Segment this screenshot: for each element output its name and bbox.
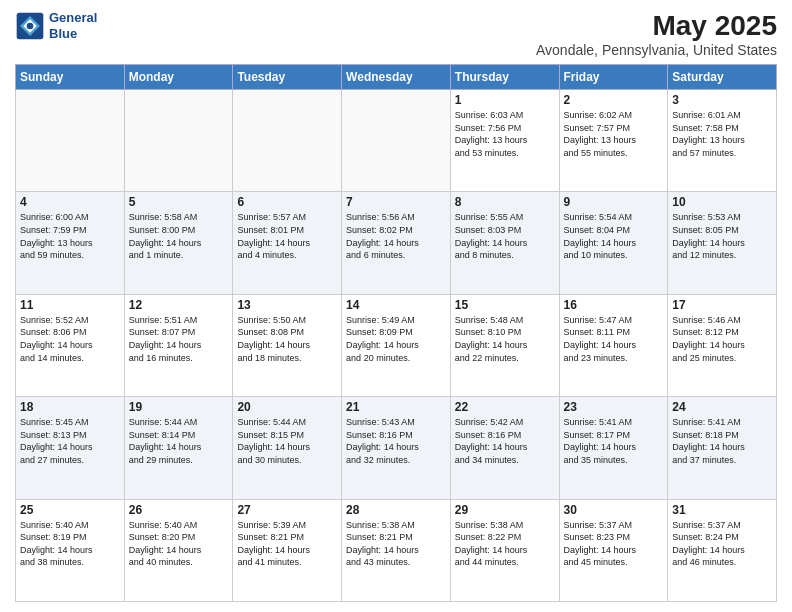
logo-text: General Blue — [49, 10, 97, 41]
svg-point-3 — [27, 22, 34, 29]
day-number: 16 — [564, 298, 664, 312]
calendar-cell: 7Sunrise: 5:56 AM Sunset: 8:02 PM Daylig… — [342, 192, 451, 294]
weekday-header-monday: Monday — [124, 65, 233, 90]
calendar-cell: 6Sunrise: 5:57 AM Sunset: 8:01 PM Daylig… — [233, 192, 342, 294]
calendar-cell: 24Sunrise: 5:41 AM Sunset: 8:18 PM Dayli… — [668, 397, 777, 499]
calendar-week-1: 4Sunrise: 6:00 AM Sunset: 7:59 PM Daylig… — [16, 192, 777, 294]
day-info: Sunrise: 5:45 AM Sunset: 8:13 PM Dayligh… — [20, 416, 120, 466]
weekday-header-tuesday: Tuesday — [233, 65, 342, 90]
title-block: May 2025 Avondale, Pennsylvania, United … — [536, 10, 777, 58]
day-number: 12 — [129, 298, 229, 312]
day-number: 25 — [20, 503, 120, 517]
day-number: 10 — [672, 195, 772, 209]
day-info: Sunrise: 5:50 AM Sunset: 8:08 PM Dayligh… — [237, 314, 337, 364]
day-info: Sunrise: 5:53 AM Sunset: 8:05 PM Dayligh… — [672, 211, 772, 261]
day-number: 24 — [672, 400, 772, 414]
calendar-cell — [124, 90, 233, 192]
day-number: 20 — [237, 400, 337, 414]
day-info: Sunrise: 5:49 AM Sunset: 8:09 PM Dayligh… — [346, 314, 446, 364]
day-number: 21 — [346, 400, 446, 414]
day-number: 4 — [20, 195, 120, 209]
calendar-cell: 20Sunrise: 5:44 AM Sunset: 8:15 PM Dayli… — [233, 397, 342, 499]
calendar-cell: 22Sunrise: 5:42 AM Sunset: 8:16 PM Dayli… — [450, 397, 559, 499]
calendar-cell: 9Sunrise: 5:54 AM Sunset: 8:04 PM Daylig… — [559, 192, 668, 294]
day-number: 17 — [672, 298, 772, 312]
calendar-cell: 29Sunrise: 5:38 AM Sunset: 8:22 PM Dayli… — [450, 499, 559, 601]
day-number: 3 — [672, 93, 772, 107]
day-info: Sunrise: 5:46 AM Sunset: 8:12 PM Dayligh… — [672, 314, 772, 364]
calendar-cell: 28Sunrise: 5:38 AM Sunset: 8:21 PM Dayli… — [342, 499, 451, 601]
day-number: 15 — [455, 298, 555, 312]
calendar-cell: 10Sunrise: 5:53 AM Sunset: 8:05 PM Dayli… — [668, 192, 777, 294]
calendar-cell: 15Sunrise: 5:48 AM Sunset: 8:10 PM Dayli… — [450, 294, 559, 396]
day-info: Sunrise: 5:52 AM Sunset: 8:06 PM Dayligh… — [20, 314, 120, 364]
day-number: 1 — [455, 93, 555, 107]
day-number: 26 — [129, 503, 229, 517]
calendar-cell: 26Sunrise: 5:40 AM Sunset: 8:20 PM Dayli… — [124, 499, 233, 601]
day-info: Sunrise: 5:39 AM Sunset: 8:21 PM Dayligh… — [237, 519, 337, 569]
calendar-week-3: 18Sunrise: 5:45 AM Sunset: 8:13 PM Dayli… — [16, 397, 777, 499]
day-number: 11 — [20, 298, 120, 312]
day-info: Sunrise: 5:54 AM Sunset: 8:04 PM Dayligh… — [564, 211, 664, 261]
day-number: 6 — [237, 195, 337, 209]
weekday-header-row: SundayMondayTuesdayWednesdayThursdayFrid… — [16, 65, 777, 90]
calendar-cell: 13Sunrise: 5:50 AM Sunset: 8:08 PM Dayli… — [233, 294, 342, 396]
day-info: Sunrise: 5:56 AM Sunset: 8:02 PM Dayligh… — [346, 211, 446, 261]
calendar-cell: 14Sunrise: 5:49 AM Sunset: 8:09 PM Dayli… — [342, 294, 451, 396]
day-info: Sunrise: 5:37 AM Sunset: 8:23 PM Dayligh… — [564, 519, 664, 569]
day-number: 19 — [129, 400, 229, 414]
calendar-table: SundayMondayTuesdayWednesdayThursdayFrid… — [15, 64, 777, 602]
day-info: Sunrise: 5:40 AM Sunset: 8:20 PM Dayligh… — [129, 519, 229, 569]
calendar-cell — [233, 90, 342, 192]
day-info: Sunrise: 5:51 AM Sunset: 8:07 PM Dayligh… — [129, 314, 229, 364]
day-info: Sunrise: 5:40 AM Sunset: 8:19 PM Dayligh… — [20, 519, 120, 569]
page: General Blue May 2025 Avondale, Pennsylv… — [0, 0, 792, 612]
calendar-cell: 11Sunrise: 5:52 AM Sunset: 8:06 PM Dayli… — [16, 294, 125, 396]
day-info: Sunrise: 5:57 AM Sunset: 8:01 PM Dayligh… — [237, 211, 337, 261]
weekday-header-sunday: Sunday — [16, 65, 125, 90]
calendar-week-2: 11Sunrise: 5:52 AM Sunset: 8:06 PM Dayli… — [16, 294, 777, 396]
main-title: May 2025 — [536, 10, 777, 42]
day-number: 29 — [455, 503, 555, 517]
day-number: 8 — [455, 195, 555, 209]
calendar-week-4: 25Sunrise: 5:40 AM Sunset: 8:19 PM Dayli… — [16, 499, 777, 601]
calendar-cell: 2Sunrise: 6:02 AM Sunset: 7:57 PM Daylig… — [559, 90, 668, 192]
day-info: Sunrise: 5:38 AM Sunset: 8:22 PM Dayligh… — [455, 519, 555, 569]
calendar-cell: 1Sunrise: 6:03 AM Sunset: 7:56 PM Daylig… — [450, 90, 559, 192]
logo: General Blue — [15, 10, 97, 41]
day-info: Sunrise: 5:48 AM Sunset: 8:10 PM Dayligh… — [455, 314, 555, 364]
day-info: Sunrise: 5:38 AM Sunset: 8:21 PM Dayligh… — [346, 519, 446, 569]
day-number: 5 — [129, 195, 229, 209]
day-number: 2 — [564, 93, 664, 107]
day-info: Sunrise: 5:43 AM Sunset: 8:16 PM Dayligh… — [346, 416, 446, 466]
day-info: Sunrise: 5:58 AM Sunset: 8:00 PM Dayligh… — [129, 211, 229, 261]
day-number: 9 — [564, 195, 664, 209]
calendar-cell: 18Sunrise: 5:45 AM Sunset: 8:13 PM Dayli… — [16, 397, 125, 499]
day-number: 31 — [672, 503, 772, 517]
calendar-cell: 25Sunrise: 5:40 AM Sunset: 8:19 PM Dayli… — [16, 499, 125, 601]
calendar-cell: 4Sunrise: 6:00 AM Sunset: 7:59 PM Daylig… — [16, 192, 125, 294]
day-number: 28 — [346, 503, 446, 517]
calendar-cell: 21Sunrise: 5:43 AM Sunset: 8:16 PM Dayli… — [342, 397, 451, 499]
day-info: Sunrise: 5:44 AM Sunset: 8:14 PM Dayligh… — [129, 416, 229, 466]
calendar-cell: 3Sunrise: 6:01 AM Sunset: 7:58 PM Daylig… — [668, 90, 777, 192]
day-number: 13 — [237, 298, 337, 312]
subtitle: Avondale, Pennsylvania, United States — [536, 42, 777, 58]
weekday-header-thursday: Thursday — [450, 65, 559, 90]
day-number: 22 — [455, 400, 555, 414]
day-info: Sunrise: 5:55 AM Sunset: 8:03 PM Dayligh… — [455, 211, 555, 261]
weekday-header-wednesday: Wednesday — [342, 65, 451, 90]
day-info: Sunrise: 6:03 AM Sunset: 7:56 PM Dayligh… — [455, 109, 555, 159]
day-info: Sunrise: 5:41 AM Sunset: 8:17 PM Dayligh… — [564, 416, 664, 466]
day-info: Sunrise: 6:02 AM Sunset: 7:57 PM Dayligh… — [564, 109, 664, 159]
calendar-cell: 23Sunrise: 5:41 AM Sunset: 8:17 PM Dayli… — [559, 397, 668, 499]
calendar-cell: 12Sunrise: 5:51 AM Sunset: 8:07 PM Dayli… — [124, 294, 233, 396]
logo-icon — [15, 11, 45, 41]
weekday-header-saturday: Saturday — [668, 65, 777, 90]
day-number: 30 — [564, 503, 664, 517]
calendar-cell: 31Sunrise: 5:37 AM Sunset: 8:24 PM Dayli… — [668, 499, 777, 601]
day-info: Sunrise: 5:42 AM Sunset: 8:16 PM Dayligh… — [455, 416, 555, 466]
calendar-cell: 30Sunrise: 5:37 AM Sunset: 8:23 PM Dayli… — [559, 499, 668, 601]
day-number: 14 — [346, 298, 446, 312]
day-info: Sunrise: 6:00 AM Sunset: 7:59 PM Dayligh… — [20, 211, 120, 261]
